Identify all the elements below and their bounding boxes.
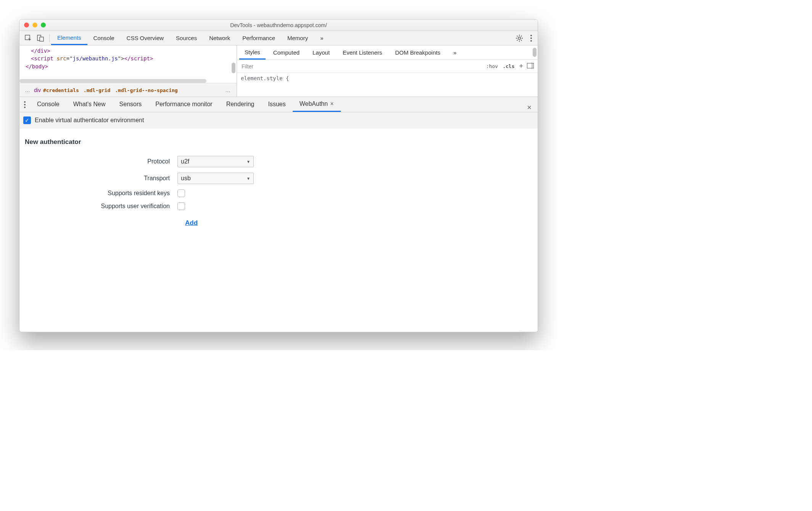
vertical-scrollbar[interactable]	[232, 63, 235, 73]
kebab-menu-icon[interactable]	[530, 34, 532, 42]
enable-virtual-env-label: Enable virtual authenticator environment	[35, 117, 144, 124]
dom-source[interactable]: </div> <script src="js/webauthn.js"></sc…	[19, 45, 237, 83]
drawer-tab-perfmon[interactable]: Performance monitor	[148, 97, 219, 112]
transport-select[interactable]: usb▼	[177, 173, 254, 184]
svg-point-16	[24, 104, 26, 105]
toggle-sidebar-icon[interactable]	[525, 63, 535, 70]
toolbar-right	[510, 34, 538, 42]
user-verification-checkbox[interactable]	[177, 202, 185, 210]
enable-virtual-env-checkbox[interactable]: ✓	[23, 116, 31, 124]
horizontal-scrollbar[interactable]	[19, 79, 206, 83]
svg-line-8	[517, 36, 518, 36]
tab-styles[interactable]: Styles	[239, 46, 266, 60]
inspect-element-icon[interactable]	[25, 35, 32, 42]
elements-split: </div> <script src="js/webauthn.js"></sc…	[19, 45, 538, 97]
tab-css-overview[interactable]: CSS Overview	[121, 31, 170, 45]
tab-layout[interactable]: Layout	[307, 46, 335, 60]
breadcrumb-node[interactable]: div#credentials.mdl-grid.mdl-grid--no-sp…	[34, 87, 180, 93]
enable-virtual-env-row: ✓ Enable virtual authenticator environme…	[19, 112, 538, 128]
add-button[interactable]: Add	[185, 219, 198, 226]
breadcrumb[interactable]: … div#credentials.mdl-grid.mdl-grid--no-…	[19, 83, 237, 97]
drawer-tab-rendering[interactable]: Rendering	[219, 97, 261, 112]
webauthn-panel: New authenticator Protocol u2f▼ Transpor…	[19, 128, 538, 332]
styles-tabs: Styles Computed Layout Event Listeners D…	[237, 45, 538, 60]
hov-toggle[interactable]: :hov	[484, 63, 500, 69]
style-rules[interactable]: element.style {	[237, 73, 538, 97]
styles-panel: Styles Computed Layout Event Listeners D…	[237, 45, 538, 97]
tab-overflow[interactable]: »	[314, 31, 329, 45]
devtools-window: DevTools - webauthndemo.appspot.com/ Ele…	[19, 19, 538, 332]
breadcrumb-overflow-right[interactable]: …	[222, 87, 234, 93]
main-tabbar: Elements Console CSS Overview Sources Ne…	[51, 31, 510, 45]
styles-scrollbar[interactable]	[533, 48, 536, 57]
tab-computed[interactable]: Computed	[268, 46, 305, 60]
titlebar: DevTools - webauthndemo.appspot.com/	[19, 19, 538, 31]
styles-filter-input[interactable]	[239, 61, 484, 71]
zoom-window-button[interactable]	[41, 23, 46, 27]
traffic-lights	[19, 23, 46, 27]
svg-line-10	[517, 40, 518, 40]
close-drawer-icon[interactable]: ×	[521, 103, 538, 112]
dom-tree-panel: </div> <script src="js/webauthn.js"></sc…	[19, 45, 237, 97]
gear-icon[interactable]	[516, 34, 523, 42]
new-authenticator-form: Protocol u2f▼ Transport usb▼ Supports re…	[25, 156, 532, 227]
tab-console[interactable]: Console	[87, 31, 121, 45]
tab-styles-overflow[interactable]: »	[448, 46, 462, 60]
minimize-window-button[interactable]	[32, 23, 37, 27]
main-toolbar: Elements Console CSS Overview Sources Ne…	[19, 31, 538, 45]
window-title: DevTools - webauthndemo.appspot.com/	[19, 22, 538, 28]
svg-point-14	[530, 40, 532, 42]
close-tab-icon[interactable]: ×	[330, 100, 334, 107]
breadcrumb-overflow-left[interactable]: …	[22, 87, 34, 93]
drawer-tab-console[interactable]: Console	[30, 97, 66, 112]
drawer-tab-issues[interactable]: Issues	[261, 97, 292, 112]
transport-label: Transport	[25, 175, 177, 182]
drawer-tab-webauthn[interactable]: WebAuthn ×	[293, 97, 341, 112]
close-window-button[interactable]	[24, 23, 29, 27]
protocol-select[interactable]: u2f▼	[177, 156, 254, 167]
svg-point-12	[530, 35, 532, 36]
drawer-tabs: Console What's New Sensors Performance m…	[19, 97, 538, 112]
cls-toggle[interactable]: .cls	[500, 63, 517, 69]
tab-network[interactable]: Network	[203, 31, 236, 45]
drawer-tab-sensors[interactable]: Sensors	[113, 97, 149, 112]
svg-point-3	[518, 37, 520, 39]
new-style-rule-icon[interactable]: +	[517, 62, 525, 70]
toolbar-icons	[19, 35, 49, 42]
user-verification-label: Supports user verification	[25, 203, 177, 210]
new-authenticator-heading: New authenticator	[25, 138, 532, 146]
svg-point-13	[530, 37, 532, 39]
svg-line-9	[521, 40, 522, 40]
drawer-tab-whatsnew[interactable]: What's New	[66, 97, 113, 112]
caret-down-icon: ▼	[246, 160, 250, 164]
caret-down-icon: ▼	[246, 176, 250, 181]
protocol-label: Protocol	[25, 158, 177, 165]
svg-point-15	[24, 101, 26, 103]
resident-keys-label: Supports resident keys	[25, 190, 177, 197]
resident-keys-checkbox[interactable]	[177, 189, 185, 197]
tab-performance[interactable]: Performance	[236, 31, 281, 45]
svg-line-11	[521, 36, 522, 36]
device-toggle-icon[interactable]	[37, 35, 44, 42]
tab-sources[interactable]: Sources	[170, 31, 203, 45]
drawer-menu-icon[interactable]	[19, 97, 30, 112]
svg-point-17	[24, 107, 26, 108]
tab-memory[interactable]: Memory	[281, 31, 314, 45]
tab-dom-breakpoints[interactable]: DOM Breakpoints	[390, 46, 446, 60]
styles-filter-bar: :hov .cls +	[237, 60, 538, 73]
svg-rect-2	[40, 37, 44, 41]
tab-event-listeners[interactable]: Event Listeners	[337, 46, 387, 60]
tab-elements[interactable]: Elements	[51, 31, 87, 45]
